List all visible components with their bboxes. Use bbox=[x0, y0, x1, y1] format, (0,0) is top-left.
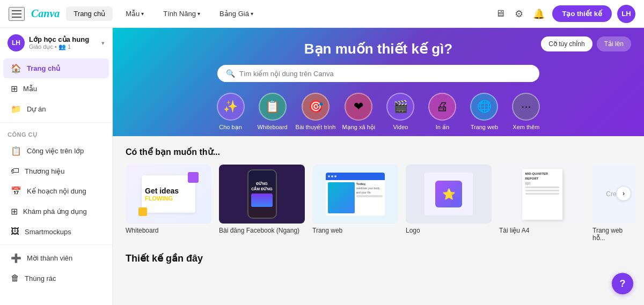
nav-price-label: Bảng Giá bbox=[219, 10, 249, 18]
web-dot-3 bbox=[334, 175, 336, 177]
sidebar-item-smartmockups[interactable]: 🖼 Smartmockups bbox=[3, 222, 109, 241]
notification-icon[interactable]: 🔔 bbox=[531, 6, 547, 22]
category-icon-video: 🎬 bbox=[386, 93, 414, 121]
apps-icon: ⊞ bbox=[11, 206, 18, 217]
search-input[interactable] bbox=[239, 70, 531, 78]
category-icon-more: ··· bbox=[512, 93, 540, 121]
cards-next-button[interactable]: › bbox=[616, 186, 631, 201]
help-button[interactable]: ? bbox=[612, 273, 633, 294]
sidebar-item-apps[interactable]: ⊞ Khám phá ứng dụng bbox=[3, 202, 109, 221]
card-whiteboard[interactable]: Get ideas FLOWING Whiteboard bbox=[126, 165, 211, 234]
sidebar-item-invite[interactable]: ➕ Mời thành viên bbox=[3, 248, 109, 268]
web-header-bar bbox=[326, 173, 385, 180]
settings-icon[interactable]: ⚙ bbox=[513, 6, 525, 22]
logo-text: Canva bbox=[31, 8, 60, 20]
nav-price-dropdown[interactable]: Bảng Giá ▾ bbox=[213, 6, 260, 21]
category-label-print: In ấn bbox=[436, 124, 449, 131]
card-webpage[interactable]: Today, celebrate your body and your life… bbox=[312, 165, 398, 234]
category-video[interactable]: 🎬 Video bbox=[382, 93, 419, 131]
category-presentation[interactable]: 🎯 Bài thuyết trình bbox=[296, 93, 336, 131]
a4-line-1 bbox=[525, 187, 559, 188]
content-area: Cỡ tùy chỉnh Tải lên Bạn muốn thiết kế g… bbox=[113, 28, 644, 305]
card-thumb-a4: MID-QUARTER REPORT (Q2) bbox=[499, 165, 585, 224]
card-logo[interactable]: ⭐ Logo bbox=[406, 165, 492, 234]
a4-quarter: (Q2) bbox=[525, 182, 559, 185]
sidebar-item-brand[interactable]: 🏷 Thương hiệu bbox=[3, 161, 109, 181]
category-social[interactable]: ❤ Mạng xã hội bbox=[340, 93, 377, 131]
sidebar-item-trash[interactable]: 🗑 Thùng rác bbox=[3, 269, 109, 288]
upload-button[interactable]: Tải lên bbox=[597, 36, 631, 51]
card-thumb-facebook: ĐỪNG CẦM ĐỨNG bbox=[219, 165, 305, 224]
calendar-icon: 📅 bbox=[11, 186, 21, 196]
sidebar-item-classwork[interactable]: 📋 Công việc trên lớp bbox=[3, 141, 109, 161]
monitor-icon[interactable]: 🖥 bbox=[493, 6, 507, 21]
topnav-right: 🖥 ⚙ 🔔 Tạo thiết kế LH bbox=[493, 5, 635, 23]
sidebar-projects-label: Dự án bbox=[27, 105, 46, 113]
sidebar-trash-label: Thùng rác bbox=[25, 274, 56, 282]
logo-shape: ⭐ bbox=[435, 181, 462, 207]
classwork-icon: 📋 bbox=[11, 146, 21, 156]
nav-feature-label: Tính Năng bbox=[163, 10, 196, 18]
custom-size-button[interactable]: Cỡ tùy chỉnh bbox=[541, 36, 592, 51]
a4-paper-preview: MID-QUARTER REPORT (Q2) bbox=[522, 169, 562, 220]
grid-icon: ⊞ bbox=[11, 84, 18, 94]
category-label-for-you: Cho bạn bbox=[219, 124, 241, 131]
chevron-down-icon: ▾ bbox=[197, 11, 200, 17]
web-preview-text-2: celebrate your body bbox=[356, 187, 383, 190]
fb-text-line1: ĐỪNG bbox=[256, 181, 268, 186]
recent-section: Thiết kế gần đây bbox=[113, 247, 644, 276]
hero-search-bar[interactable]: 🔍 bbox=[217, 65, 539, 82]
wb-sticker2 bbox=[138, 207, 147, 216]
category-label-web: Trang web bbox=[471, 124, 499, 130]
sidebar-classwork-label: Công việc trên lớp bbox=[27, 147, 84, 155]
category-icon-for-you: ✨ bbox=[217, 93, 245, 121]
category-for-you[interactable]: ✨ Cho bạn bbox=[212, 93, 250, 131]
workspace-avatar: LH bbox=[8, 34, 25, 51]
category-label-social: Mạng xã hội bbox=[342, 124, 376, 131]
web-img bbox=[328, 182, 355, 213]
wb-flowing: FLOWING bbox=[145, 195, 192, 202]
sidebar-templates-label: Mẫu bbox=[23, 85, 37, 93]
brand-icon: 🏷 bbox=[11, 166, 19, 176]
create-button[interactable]: Tạo thiết kế bbox=[552, 5, 612, 22]
suggestions-section: Có thể bạn muốn thử... Get ideas FLOWING… bbox=[113, 136, 644, 247]
card-label-whiteboard: Whiteboard bbox=[126, 227, 211, 234]
category-label-video: Video bbox=[393, 124, 408, 130]
web-col-left bbox=[328, 182, 355, 213]
category-web[interactable]: 🌐 Trang web bbox=[465, 93, 503, 131]
sidebar-smartmockups-label: Smartmockups bbox=[25, 228, 71, 236]
logo-star-icon: ⭐ bbox=[442, 188, 456, 200]
category-icon-social: ❤ bbox=[345, 93, 372, 121]
category-whiteboard[interactable]: 📋 Whiteboard bbox=[254, 93, 291, 131]
category-more[interactable]: ··· Xem thêm bbox=[507, 93, 545, 131]
nav-home-button[interactable]: Trang chủ bbox=[66, 6, 113, 21]
category-print[interactable]: 🖨 In ấn bbox=[423, 93, 461, 131]
card-facebook[interactable]: ĐỪNG CẦM ĐỨNG Bài đăng Facebook (Ngang) bbox=[219, 165, 305, 234]
sidebar-invite-label: Mời thành viên bbox=[27, 254, 72, 262]
card-webpage2[interactable]: Cre... Trang web hỗ... bbox=[592, 165, 635, 242]
chevron-down-icon: ▾ bbox=[141, 11, 144, 17]
card-a4[interactable]: MID-QUARTER REPORT (Q2) Tài liệu A4 bbox=[499, 165, 585, 234]
sidebar-item-content-plan[interactable]: 📅 Kế hoạch nội dung bbox=[3, 181, 109, 201]
nav-feature-dropdown[interactable]: Tính Năng ▾ bbox=[157, 6, 207, 21]
folder-icon: 📁 bbox=[11, 104, 21, 114]
card-label-facebook: Bài đăng Facebook (Ngang) bbox=[219, 227, 305, 234]
web-preview-text-3: and your life bbox=[356, 191, 383, 194]
menu-icon[interactable] bbox=[9, 7, 25, 21]
canva-logo[interactable]: Canva bbox=[31, 8, 60, 20]
web-col-right: Today, celebrate your body and your life bbox=[356, 182, 383, 213]
sidebar-item-home[interactable]: 🏠 Trang chủ bbox=[3, 58, 109, 78]
nav-mau-dropdown[interactable]: Mẫu ▾ bbox=[119, 6, 150, 21]
sidebar-home-label: Trang chủ bbox=[27, 64, 60, 72]
workspace-subtitle: Giáo dục • 👥 1 bbox=[29, 43, 97, 50]
workspace-header[interactable]: LH Lớp học của hung Giáo dục • 👥 1 ▾ bbox=[0, 28, 112, 58]
a4-line-2 bbox=[525, 190, 559, 191]
sidebar-item-projects[interactable]: 📁 Dự án bbox=[3, 99, 109, 119]
category-icon-print: 🖨 bbox=[428, 93, 456, 121]
sidebar-item-templates[interactable]: ⊞ Mẫu bbox=[3, 79, 109, 99]
user-avatar[interactable]: LH bbox=[617, 5, 635, 23]
a4-report: REPORT bbox=[525, 177, 559, 180]
topnav-left: Canva Trang chủ Mẫu ▾ Tính Năng ▾ Bảng G… bbox=[9, 6, 260, 21]
web-dot-2 bbox=[331, 175, 333, 177]
category-label-presentation: Bài thuyết trình bbox=[296, 124, 336, 131]
